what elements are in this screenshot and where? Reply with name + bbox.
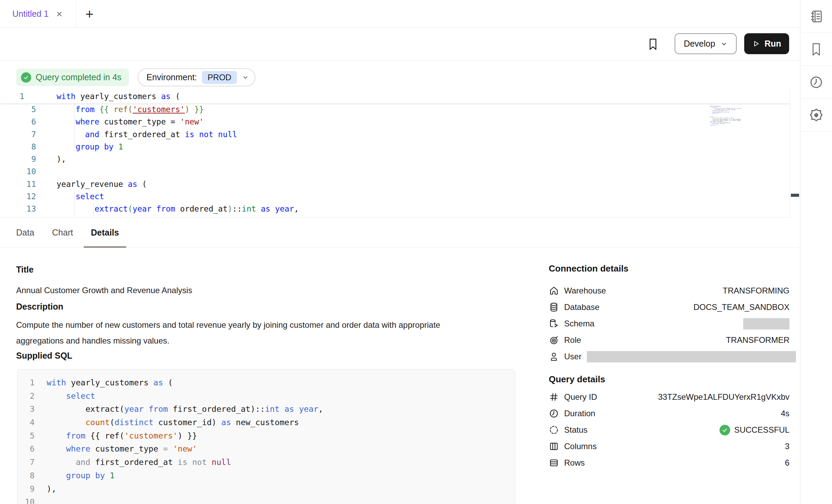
line-number: 3 bbox=[21, 403, 35, 416]
code-line: 1with yearly_customers as ( bbox=[17, 376, 515, 389]
detail-label: Query ID bbox=[564, 392, 597, 402]
line-number: 4 bbox=[21, 416, 35, 429]
scrollbar-thumb[interactable] bbox=[791, 194, 799, 197]
status-icon bbox=[549, 425, 559, 435]
supplied-sql-lines: 1with yearly_customers as (2 select3 ext… bbox=[17, 376, 515, 504]
detail-label: Warehouse bbox=[564, 286, 606, 296]
indent-guide bbox=[74, 104, 75, 153]
line-number: 5 bbox=[21, 429, 35, 443]
supplied-sql-heading: Supplied SQL bbox=[16, 351, 72, 361]
detail-value: TRANSFORMING bbox=[723, 286, 789, 296]
dbt-lineage-icon bbox=[808, 107, 824, 123]
hash-icon bbox=[549, 392, 559, 402]
code-text: and first_ordered_at is not null bbox=[47, 456, 231, 469]
code-text: count(distinct customer_id) as new_custo… bbox=[47, 416, 299, 429]
detail-row-duration: Duration4s bbox=[549, 405, 789, 422]
rows-icon bbox=[549, 458, 559, 468]
detail-row-status: StatusSUCCESSFUL bbox=[549, 422, 789, 438]
line-number: 10 bbox=[21, 495, 35, 504]
line-number: 1 bbox=[21, 376, 35, 389]
detail-value: SUCCESSFUL bbox=[720, 425, 789, 435]
detail-value bbox=[743, 318, 789, 329]
code-line: 5 from {{ ref('customers') }} bbox=[17, 429, 515, 443]
detail-label: Database bbox=[564, 302, 599, 312]
detail-row-user: User bbox=[549, 348, 789, 365]
line-number: 8 bbox=[21, 469, 35, 482]
detail-value: 6 bbox=[785, 458, 789, 468]
detail-row-role: RoleTRANSFORMER bbox=[549, 332, 789, 348]
sidebar-item-bookmarks[interactable] bbox=[800, 33, 832, 66]
line-number: 6 bbox=[21, 442, 35, 456]
detail-row-warehouse: WarehouseTRANSFORMING bbox=[549, 283, 789, 299]
connection-details-rows: WarehouseTRANSFORMINGDatabaseDOCS_TEAM_S… bbox=[549, 283, 789, 365]
code-line: 3 extract(year from first_ordered_at)::i… bbox=[17, 403, 515, 416]
detail-row-rows: Rows6 bbox=[549, 455, 789, 471]
detail-value: 33TZseWpe1ALFDUYerxR1gVKxbv bbox=[658, 392, 789, 402]
right-sidebar bbox=[800, 0, 832, 504]
editor-sticky-line: 1with yearly_customers as ( bbox=[0, 90, 790, 103]
detail-value-text: 4s bbox=[781, 409, 789, 418]
code-text: with yearly_customers as ( bbox=[47, 376, 173, 389]
line-number: 9 bbox=[21, 482, 35, 496]
code-text: extract(year from first_ordered_at)::int… bbox=[47, 403, 323, 416]
detail-label: Schema bbox=[564, 319, 594, 328]
connection-details-heading: Connection details bbox=[549, 263, 789, 274]
line-number: 1 bbox=[0, 90, 36, 103]
user-icon bbox=[549, 351, 559, 362]
detail-value-text: 33TZseWpe1ALFDUYerxR1gVKxbv bbox=[658, 392, 789, 402]
code-line: 10 bbox=[17, 495, 515, 504]
code-line: 2 select bbox=[17, 389, 515, 403]
indent-guide bbox=[93, 203, 94, 216]
role-icon bbox=[549, 335, 559, 345]
query-details-heading: Query details bbox=[549, 374, 789, 385]
history-icon bbox=[809, 75, 824, 90]
supplied-sql-code-block: 1with yearly_customers as (2 select3 ext… bbox=[17, 369, 515, 504]
detail-value-text: 3 bbox=[785, 442, 789, 451]
detail-label: Rows bbox=[564, 458, 585, 468]
details-panel-right: Connection details WarehouseTRANSFORMING… bbox=[549, 0, 789, 504]
description-heading: Description bbox=[16, 302, 63, 312]
detail-label: Role bbox=[564, 335, 581, 345]
code-line: 9), bbox=[17, 482, 515, 496]
code-line: 6 where customer_type = 'new' bbox=[17, 442, 515, 456]
title-heading: Title bbox=[16, 265, 34, 275]
detail-row-columns: Columns3 bbox=[549, 438, 789, 455]
detail-label: Columns bbox=[564, 442, 597, 451]
detail-row-query-id: Query ID33TZseWpe1ALFDUYerxR1gVKxbv bbox=[549, 389, 789, 405]
code-line: 7 and first_ordered_at is not null bbox=[17, 456, 515, 469]
line-number: 7 bbox=[21, 456, 35, 469]
columns-icon bbox=[549, 441, 559, 452]
line-number: 2 bbox=[21, 389, 35, 403]
detail-value-text: SUCCESSFUL bbox=[734, 425, 789, 435]
sidebar-item-history[interactable] bbox=[800, 66, 832, 99]
redacted-value bbox=[587, 351, 796, 362]
warehouse-icon bbox=[549, 286, 559, 296]
detail-value-text: DOCS_TEAM_SANDBOX bbox=[693, 302, 789, 312]
detail-value-text: 6 bbox=[785, 458, 789, 468]
detail-value: 3 bbox=[785, 442, 789, 451]
detail-value-text: TRANSFORMER bbox=[726, 335, 789, 345]
detail-value: TRANSFORMER bbox=[726, 335, 789, 345]
code-text: from {{ ref('customers') }} bbox=[47, 429, 197, 443]
redacted-value bbox=[743, 318, 789, 329]
indent-guide bbox=[74, 190, 75, 216]
detail-row-schema: Schema bbox=[549, 315, 789, 332]
sidebar-item-lineage[interactable] bbox=[800, 99, 832, 132]
detail-row-database: DatabaseDOCS_TEAM_SANDBOX bbox=[549, 299, 789, 315]
sidebar-item-notebook[interactable] bbox=[800, 0, 832, 33]
query-details-rows: Query ID33TZseWpe1ALFDUYerxR1gVKxbvDurat… bbox=[549, 389, 789, 471]
title-value: Annual Customer Growth and Revenue Analy… bbox=[16, 283, 192, 298]
bookmark-icon bbox=[809, 42, 823, 57]
duration-icon bbox=[549, 408, 559, 419]
detail-label: Duration bbox=[564, 409, 595, 418]
details-panel-left: Title Annual Customer Growth and Revenue… bbox=[16, 0, 517, 504]
code-text: where customer_type = 'new' bbox=[47, 442, 197, 456]
success-check-icon bbox=[720, 425, 730, 435]
detail-value: DOCS_TEAM_SANDBOX bbox=[693, 302, 789, 312]
code-text: group by 1 bbox=[47, 469, 115, 482]
detail-label: User bbox=[564, 352, 582, 361]
code-line: 8 group by 1 bbox=[17, 469, 515, 482]
detail-value bbox=[587, 351, 796, 362]
detail-value-text: TRANSFORMING bbox=[723, 286, 789, 296]
code-text: ), bbox=[47, 482, 56, 496]
